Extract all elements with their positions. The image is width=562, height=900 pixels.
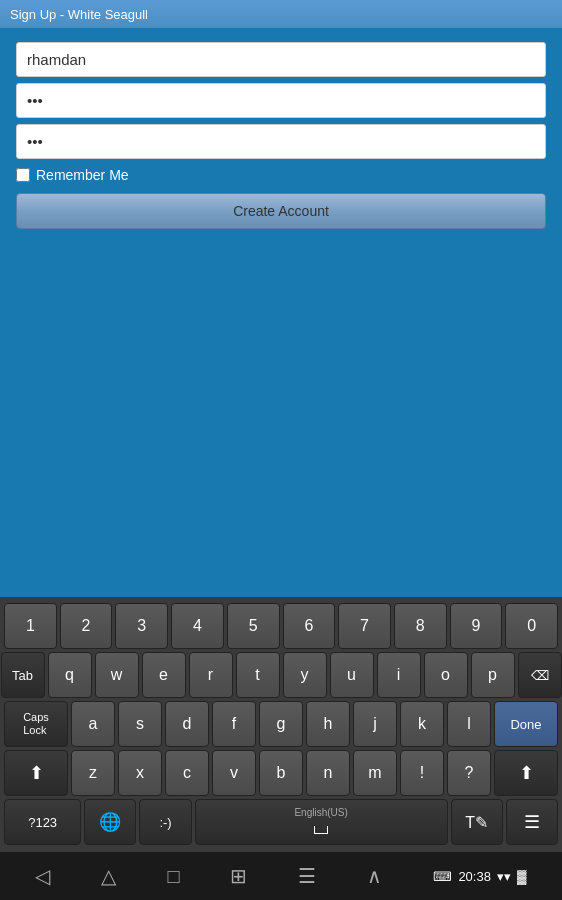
key-t[interactable]: t [236,652,280,698]
password-input[interactable] [16,83,546,118]
wifi-icon: ▾▾ [497,869,511,884]
scan-nav-icon[interactable]: ⊞ [230,864,247,888]
key-n[interactable]: n [306,750,350,796]
key-u[interactable]: u [330,652,374,698]
key-exclaim[interactable]: ! [400,750,444,796]
title-bar: Sign Up - White Seagull [0,0,562,28]
key-6[interactable]: 6 [283,603,336,649]
key-3[interactable]: 3 [115,603,168,649]
key-w[interactable]: w [95,652,139,698]
remember-me-row: Remember Me [16,167,546,183]
bottom-row: ?123 🌐 :-) English(US) ⌴ T✎ ☰ [4,799,558,845]
asdf-row: CapsLock a s d f g h j k l Done [4,701,558,747]
clipboard-key[interactable]: ☰ [506,799,558,845]
done-key[interactable]: Done [494,701,558,747]
key-p[interactable]: p [471,652,515,698]
key-1[interactable]: 1 [4,603,57,649]
menu-nav-icon[interactable]: ☰ [298,864,316,888]
zxcv-row: ⬆ z x c v b n m ! ? ⬆ [4,750,558,796]
key-q[interactable]: q [48,652,92,698]
key-g[interactable]: g [259,701,303,747]
time-display: 20:38 [458,869,491,884]
key-9[interactable]: 9 [450,603,503,649]
back-nav-icon[interactable]: ◁ [35,864,50,888]
tab-key[interactable]: Tab [1,652,45,698]
key-k[interactable]: k [400,701,444,747]
right-shift-key[interactable]: ⬆ [494,750,558,796]
key-5[interactable]: 5 [227,603,280,649]
confirm-password-input[interactable] [16,124,546,159]
key-d[interactable]: d [165,701,209,747]
keyboard-icon: ⌨ [433,869,452,884]
up-nav-icon[interactable]: ∧ [367,864,382,888]
recent-nav-icon[interactable]: □ [167,865,179,888]
backspace-key[interactable]: ⌫ [518,652,562,698]
key-s[interactable]: s [118,701,162,747]
smiley-key[interactable]: :-) [139,799,191,845]
qwerty-row: Tab q w e r t y u i o p ⌫ [4,652,558,698]
globe-key[interactable]: 🌐 [84,799,136,845]
app-title: Sign Up - White Seagull [10,7,148,22]
key-j[interactable]: j [353,701,397,747]
battery-icon: ▓ [517,869,526,884]
key-8[interactable]: 8 [394,603,447,649]
key-i[interactable]: i [377,652,421,698]
key-question[interactable]: ? [447,750,491,796]
key-4[interactable]: 4 [171,603,224,649]
key-o[interactable]: o [424,652,468,698]
text-edit-key[interactable]: T✎ [451,799,503,845]
number-row: 1 2 3 4 5 6 7 8 9 0 [4,603,558,649]
key-r[interactable]: r [189,652,233,698]
key-y[interactable]: y [283,652,327,698]
key-f[interactable]: f [212,701,256,747]
caps-lock-key[interactable]: CapsLock [4,701,68,747]
key-e[interactable]: e [142,652,186,698]
remember-me-label: Remember Me [36,167,129,183]
left-shift-key[interactable]: ⬆ [4,750,68,796]
key-0[interactable]: 0 [505,603,558,649]
keyboard: 1 2 3 4 5 6 7 8 9 0 Tab q w e r t y u i … [0,597,562,852]
key-7[interactable]: 7 [338,603,391,649]
key-h[interactable]: h [306,701,350,747]
key-v[interactable]: v [212,750,256,796]
create-account-button[interactable]: Create Account [16,193,546,229]
space-key[interactable]: English(US) ⌴ [195,799,448,845]
remember-me-checkbox[interactable] [16,168,30,182]
key-z[interactable]: z [71,750,115,796]
symbols-key[interactable]: ?123 [4,799,81,845]
status-bar: ⌨ 20:38 ▾▾ ▓ [433,869,526,884]
username-input[interactable] [16,42,546,77]
main-content: Remember Me Create Account [0,28,562,597]
key-x[interactable]: x [118,750,162,796]
key-b[interactable]: b [259,750,303,796]
key-m[interactable]: m [353,750,397,796]
key-c[interactable]: c [165,750,209,796]
nav-bar: ◁ △ □ ⊞ ☰ ∧ ⌨ 20:38 ▾▾ ▓ [0,852,562,900]
key-a[interactable]: a [71,701,115,747]
key-2[interactable]: 2 [60,603,113,649]
home-nav-icon[interactable]: △ [101,864,116,888]
key-l[interactable]: l [447,701,491,747]
